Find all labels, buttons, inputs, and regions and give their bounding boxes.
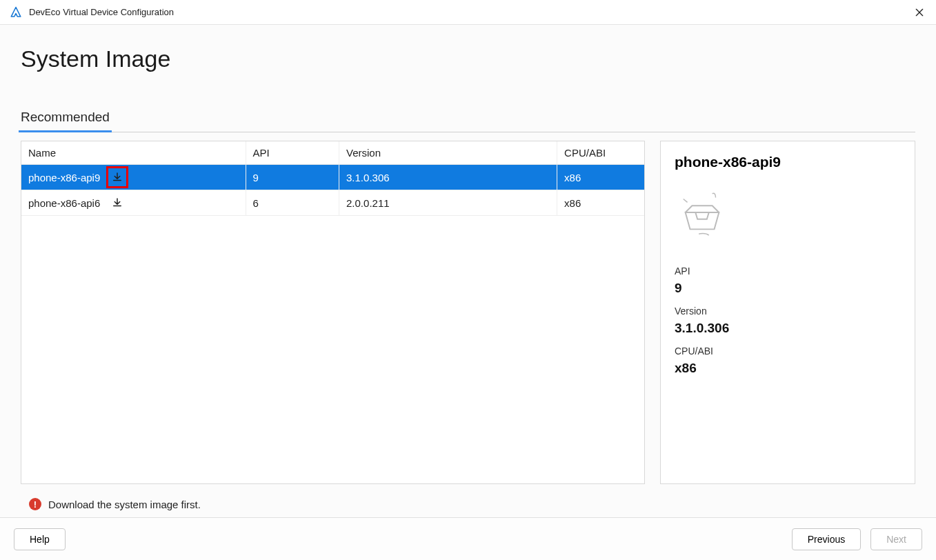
detail-cpu-value: x86 (675, 361, 901, 376)
button-label: Previous (808, 534, 845, 545)
tab-row: Recommended (21, 106, 915, 132)
page-title: System Image (21, 46, 915, 72)
button-label: Help (30, 534, 50, 545)
footer: Help Previous Next (0, 517, 936, 560)
image-cpu: x86 (557, 190, 644, 216)
deveco-logo-icon (10, 6, 22, 19)
detail-version-value: 3.1.0.306 (675, 321, 901, 336)
detail-panel: phone-x86-api9 API 9 Version 3.1.0.306 C… (660, 141, 915, 484)
image-cpu: x86 (557, 165, 644, 190)
system-image-table: Name API Version CPU/ABI phone-x86-api9 (21, 141, 645, 484)
col-name[interactable]: Name (21, 141, 246, 165)
table-row[interactable]: phone-x86-api9 9 3.1.0.306 x86 (21, 165, 644, 190)
download-icon[interactable] (110, 170, 125, 185)
warning-row: ! Download the system image first. (21, 484, 915, 517)
col-version[interactable]: Version (339, 141, 557, 165)
tab-label: Recommended (21, 110, 110, 124)
detail-cpu-label: CPU/ABI (675, 346, 901, 357)
help-button[interactable]: Help (14, 528, 66, 550)
next-button[interactable]: Next (870, 528, 922, 550)
image-api: 9 (246, 165, 339, 190)
download-icon[interactable] (110, 195, 125, 210)
image-version: 2.0.0.211 (339, 190, 557, 216)
image-name: phone-x86-api6 (28, 197, 100, 209)
image-api: 6 (246, 190, 339, 216)
detail-api-value: 9 (675, 281, 901, 296)
col-cpu[interactable]: CPU/ABI (557, 141, 644, 165)
warning-icon: ! (29, 498, 41, 510)
col-api[interactable]: API (246, 141, 339, 165)
window-title: DevEco Virtual Device Configuration (29, 7, 174, 17)
detail-title: phone-x86-api9 (675, 154, 901, 170)
previous-button[interactable]: Previous (792, 528, 861, 550)
warning-text: Download the system image first. (48, 499, 201, 510)
tab-recommended[interactable]: Recommended (21, 106, 110, 132)
table-row[interactable]: phone-x86-api6 6 2.0.0.211 x86 (21, 190, 644, 216)
detail-api-label: API (675, 266, 901, 277)
close-icon[interactable] (913, 6, 926, 19)
main-content: System Image Recommended Name API Versio… (0, 25, 936, 517)
titlebar: DevEco Virtual Device Configuration (0, 0, 936, 25)
image-name: phone-x86-api9 (28, 172, 100, 183)
button-label: Next (886, 534, 906, 545)
image-version: 3.1.0.306 (339, 165, 557, 190)
detail-version-label: Version (675, 306, 901, 317)
empty-box-icon (675, 181, 730, 243)
